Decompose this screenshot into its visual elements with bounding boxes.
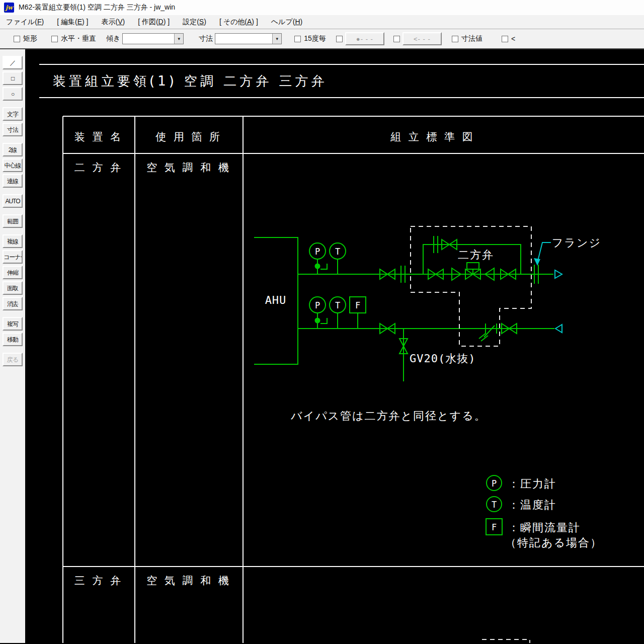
dimension-value[interactable] [215,34,272,44]
menu-settings[interactable]: 設定(S) [183,18,206,27]
slope-dropdown-button[interactable]: ▼ [174,34,183,44]
flow-arrow-in [555,325,562,333]
gauge-t-letter: T [335,300,340,310]
legend-p-symbol: P [492,478,497,489]
cad-drawing: 装置組立要領(1) 空調 二方弁 三方弁 装 置 名 使 用 箇 所 組 立 標… [25,49,644,643]
tool-double-line[interactable]: 2線 [3,143,23,156]
menu-view[interactable]: 表示(V) [101,18,125,27]
legend-f-desc: ：瞬間流量計 [508,521,581,534]
menu-draw[interactable]: [ 作図(D) ] [138,18,170,27]
rect-mode-label: 矩形 [23,34,37,43]
slope-combobox[interactable]: ▼ [122,33,184,44]
pressure-gauge-bottom: P [309,297,327,329]
bypass-note: バイパス管は二方弁と同径とする。 [290,410,487,422]
menu-edit[interactable]: [ 編集(E) ] [57,18,88,27]
legend-p-desc: ：圧力計 [508,477,556,490]
horizontal-vertical-label: 水平・垂直 [61,34,96,43]
flow-arrow-out [555,270,562,278]
app-icon: jw [4,3,14,13]
flange-callout: フランジ [534,236,601,266]
rect-mode-checkbox[interactable] [14,36,20,42]
tool-line[interactable]: ／ [3,56,23,69]
two-way-control-valve [465,263,480,279]
legend-f-symbol: F [492,522,497,532]
menu-help[interactable]: ヘルプ(H) [271,18,302,27]
drawing-title-block: 装置組立要領(1) 空調 二方弁 三方弁 [39,64,644,98]
drawing-canvas[interactable]: 装置組立要領(1) 空調 二方弁 三方弁 装 置 名 使 用 箇 所 組 立 標… [25,49,644,643]
drain-label: GV20(水抜) [410,352,475,365]
leader-arrowhead [534,258,540,266]
every-15deg-checkbox[interactable] [294,36,301,42]
tool-offset[interactable]: 複線 [3,234,23,248]
endpoint-style-button[interactable]: ●- - - [345,32,384,45]
col-header-diagram: 組 立 標 準 図 [390,131,475,143]
slope-label: 傾き [106,34,120,43]
dimension-value-label: 寸法値 [461,34,482,43]
every-15deg-label: 15度毎 [304,34,326,43]
two-way-valve-label: 二方弁 [458,249,494,261]
thermometer-top: T [330,243,346,274]
gauge-t-letter: T [335,247,340,257]
col-header-location: 使 用 箇 所 [155,131,222,143]
menubar: ファイル(F) [ 編集(E) ] 表示(V) [ 作図(D) ] 設定(S) … [0,15,644,29]
row2-device: 三 方 弁 [74,575,123,587]
dimension-label: 寸法 [199,34,213,43]
tool-auto[interactable]: AUTO [3,194,23,208]
legend-t-symbol: T [492,500,497,510]
row1-device: 二 方 弁 [74,162,123,174]
legend-f-note: （特記ある場合） [505,536,602,549]
tool-stretch[interactable]: 伸縮 [3,266,23,279]
tool-corner[interactable]: コーナー [3,250,23,264]
thermometer-bottom: T [330,297,346,329]
tool-sidebar: ／ □ ○ 文字 寸法 2線 中心線 連線 AUTO 範囲 複線 コーナー 伸縮… [0,49,25,643]
less-than-label: < [511,35,515,43]
tool-circle[interactable]: ○ [3,87,23,101]
tool-undo: 戻る [3,353,23,366]
check-valve [479,324,497,341]
tool-chamfer[interactable]: 面取 [3,281,23,295]
tool-text[interactable]: 文字 [3,107,23,121]
row1-location: 空 気 調 和 機 [146,162,231,174]
arrow-style-button[interactable]: <- - - [403,32,442,45]
col-header-device: 装 置 名 [74,131,123,143]
dimension-value-checkbox[interactable] [452,36,458,42]
less-than-checkbox[interactable] [502,36,508,42]
ahu-box: AHU [254,237,298,364]
horizontal-vertical-checkbox[interactable] [51,36,58,42]
gauge-p-letter: P [315,300,320,310]
tool-centerline[interactable]: 中心線 [3,158,23,172]
arrow-style-checkbox[interactable] [393,36,400,42]
tool-erase[interactable]: 消去 [3,297,23,310]
legend-t-desc: ：温度計 [508,499,556,511]
window-titlebar: jw M62-装置組立要領(1) 空調 二方弁 三方弁 - jw_win [0,0,644,15]
window-title: M62-装置組立要領(1) 空調 二方弁 三方弁 - jw_win [19,3,175,12]
gauge-p-letter: P [315,247,320,257]
tool-range[interactable]: 範囲 [3,214,23,228]
drawing-title: 装置組立要領(1) 空調 二方弁 三方弁 [53,73,328,89]
flange-label: フランジ [552,236,601,249]
flow-meter: F [350,297,366,329]
legend: P ：圧力計 T ：温度計 F ：瞬間流量計 （特記ある場合） [486,475,602,549]
slope-value[interactable] [123,34,174,44]
gauge-f-letter: F [355,300,360,310]
dimension-combobox[interactable]: ▼ [215,33,282,44]
row2-location: 空 気 調 和 機 [146,575,231,587]
drain-branch: GV20(水抜) [399,329,475,381]
tool-dimension[interactable]: 寸法 [3,123,23,136]
pressure-gauge-top: P [309,243,327,274]
toolbar: 矩形 水平・垂直 傾き ▼ 寸法 ▼ 15度毎 ●- - - <- - - 寸法… [0,29,644,49]
tool-polyline[interactable]: 連線 [3,174,23,188]
menu-others[interactable]: [ その他(A) ] [219,18,258,27]
endpoint-snap-checkbox[interactable] [336,36,343,42]
menu-file[interactable]: ファイル(F) [6,18,44,27]
tool-move[interactable]: 移動 [3,333,23,346]
unit-boundary-dashed-partial [482,639,530,643]
table-grid [63,116,644,643]
ahu-label: AHU [265,294,287,306]
tool-copy[interactable]: 複写 [3,317,23,331]
tool-rectangle[interactable]: □ [3,71,23,85]
dimension-dropdown-button[interactable]: ▼ [272,34,281,44]
